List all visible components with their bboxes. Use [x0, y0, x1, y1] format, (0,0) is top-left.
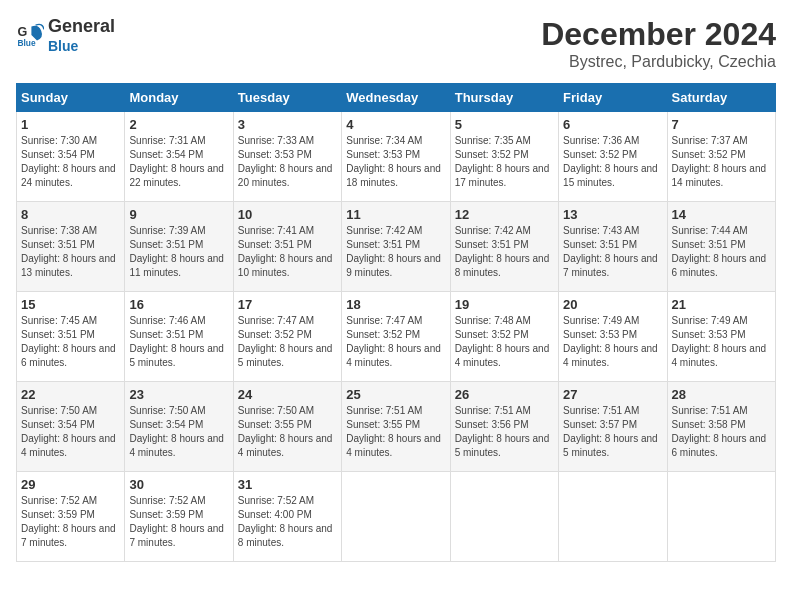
calendar-cell: 30Sunrise: 7:52 AMSunset: 3:59 PMDayligh…	[125, 472, 233, 562]
cell-info: Sunrise: 7:42 AMSunset: 3:51 PMDaylight:…	[346, 224, 445, 280]
cell-info: Sunrise: 7:36 AMSunset: 3:52 PMDaylight:…	[563, 134, 662, 190]
day-number: 6	[563, 117, 662, 132]
day-number: 1	[21, 117, 120, 132]
cell-info: Sunrise: 7:50 AMSunset: 3:54 PMDaylight:…	[129, 404, 228, 460]
calendar-cell: 1Sunrise: 7:30 AMSunset: 3:54 PMDaylight…	[17, 112, 125, 202]
day-number: 22	[21, 387, 120, 402]
month-title: December 2024	[541, 16, 776, 53]
day-number: 26	[455, 387, 554, 402]
cell-info: Sunrise: 7:38 AMSunset: 3:51 PMDaylight:…	[21, 224, 120, 280]
cell-info: Sunrise: 7:33 AMSunset: 3:53 PMDaylight:…	[238, 134, 337, 190]
calendar-cell: 19Sunrise: 7:48 AMSunset: 3:52 PMDayligh…	[450, 292, 558, 382]
day-number: 27	[563, 387, 662, 402]
cell-info: Sunrise: 7:49 AMSunset: 3:53 PMDaylight:…	[672, 314, 771, 370]
col-thursday: Thursday	[450, 84, 558, 112]
calendar-cell: 13Sunrise: 7:43 AMSunset: 3:51 PMDayligh…	[559, 202, 667, 292]
cell-info: Sunrise: 7:52 AMSunset: 4:00 PMDaylight:…	[238, 494, 337, 550]
day-number: 28	[672, 387, 771, 402]
day-number: 10	[238, 207, 337, 222]
calendar-row: 8Sunrise: 7:38 AMSunset: 3:51 PMDaylight…	[17, 202, 776, 292]
calendar-cell: 16Sunrise: 7:46 AMSunset: 3:51 PMDayligh…	[125, 292, 233, 382]
cell-info: Sunrise: 7:51 AMSunset: 3:55 PMDaylight:…	[346, 404, 445, 460]
title-area: December 2024 Bystrec, Pardubicky, Czech…	[541, 16, 776, 71]
day-number: 17	[238, 297, 337, 312]
cell-info: Sunrise: 7:42 AMSunset: 3:51 PMDaylight:…	[455, 224, 554, 280]
day-number: 4	[346, 117, 445, 132]
svg-text:Blue: Blue	[17, 38, 35, 48]
cell-info: Sunrise: 7:50 AMSunset: 3:54 PMDaylight:…	[21, 404, 120, 460]
calendar-cell: 20Sunrise: 7:49 AMSunset: 3:53 PMDayligh…	[559, 292, 667, 382]
col-friday: Friday	[559, 84, 667, 112]
cell-info: Sunrise: 7:34 AMSunset: 3:53 PMDaylight:…	[346, 134, 445, 190]
calendar-cell: 15Sunrise: 7:45 AMSunset: 3:51 PMDayligh…	[17, 292, 125, 382]
calendar-cell: 28Sunrise: 7:51 AMSunset: 3:58 PMDayligh…	[667, 382, 775, 472]
calendar-cell	[450, 472, 558, 562]
logo: G Blue General Blue	[16, 16, 115, 54]
day-number: 16	[129, 297, 228, 312]
cell-info: Sunrise: 7:52 AMSunset: 3:59 PMDaylight:…	[129, 494, 228, 550]
cell-info: Sunrise: 7:47 AMSunset: 3:52 PMDaylight:…	[346, 314, 445, 370]
calendar-cell: 31Sunrise: 7:52 AMSunset: 4:00 PMDayligh…	[233, 472, 341, 562]
cell-info: Sunrise: 7:51 AMSunset: 3:56 PMDaylight:…	[455, 404, 554, 460]
cell-info: Sunrise: 7:47 AMSunset: 3:52 PMDaylight:…	[238, 314, 337, 370]
calendar-cell: 21Sunrise: 7:49 AMSunset: 3:53 PMDayligh…	[667, 292, 775, 382]
calendar-cell	[559, 472, 667, 562]
cell-info: Sunrise: 7:52 AMSunset: 3:59 PMDaylight:…	[21, 494, 120, 550]
calendar-cell: 27Sunrise: 7:51 AMSunset: 3:57 PMDayligh…	[559, 382, 667, 472]
cell-info: Sunrise: 7:41 AMSunset: 3:51 PMDaylight:…	[238, 224, 337, 280]
cell-info: Sunrise: 7:51 AMSunset: 3:58 PMDaylight:…	[672, 404, 771, 460]
logo-icon: G Blue	[16, 21, 44, 49]
calendar-row: 1Sunrise: 7:30 AMSunset: 3:54 PMDaylight…	[17, 112, 776, 202]
header-row: Sunday Monday Tuesday Wednesday Thursday…	[17, 84, 776, 112]
calendar-cell: 24Sunrise: 7:50 AMSunset: 3:55 PMDayligh…	[233, 382, 341, 472]
calendar-row: 15Sunrise: 7:45 AMSunset: 3:51 PMDayligh…	[17, 292, 776, 382]
calendar-cell: 12Sunrise: 7:42 AMSunset: 3:51 PMDayligh…	[450, 202, 558, 292]
day-number: 9	[129, 207, 228, 222]
cell-info: Sunrise: 7:43 AMSunset: 3:51 PMDaylight:…	[563, 224, 662, 280]
calendar-cell: 17Sunrise: 7:47 AMSunset: 3:52 PMDayligh…	[233, 292, 341, 382]
calendar-cell: 26Sunrise: 7:51 AMSunset: 3:56 PMDayligh…	[450, 382, 558, 472]
calendar-row: 29Sunrise: 7:52 AMSunset: 3:59 PMDayligh…	[17, 472, 776, 562]
calendar-cell: 2Sunrise: 7:31 AMSunset: 3:54 PMDaylight…	[125, 112, 233, 202]
calendar-cell: 8Sunrise: 7:38 AMSunset: 3:51 PMDaylight…	[17, 202, 125, 292]
day-number: 8	[21, 207, 120, 222]
calendar-body: 1Sunrise: 7:30 AMSunset: 3:54 PMDaylight…	[17, 112, 776, 562]
calendar-cell: 7Sunrise: 7:37 AMSunset: 3:52 PMDaylight…	[667, 112, 775, 202]
col-saturday: Saturday	[667, 84, 775, 112]
cell-info: Sunrise: 7:50 AMSunset: 3:55 PMDaylight:…	[238, 404, 337, 460]
cell-info: Sunrise: 7:31 AMSunset: 3:54 PMDaylight:…	[129, 134, 228, 190]
cell-info: Sunrise: 7:51 AMSunset: 3:57 PMDaylight:…	[563, 404, 662, 460]
day-number: 20	[563, 297, 662, 312]
calendar-cell: 11Sunrise: 7:42 AMSunset: 3:51 PMDayligh…	[342, 202, 450, 292]
calendar-cell	[342, 472, 450, 562]
calendar-cell	[667, 472, 775, 562]
col-wednesday: Wednesday	[342, 84, 450, 112]
cell-info: Sunrise: 7:46 AMSunset: 3:51 PMDaylight:…	[129, 314, 228, 370]
cell-info: Sunrise: 7:44 AMSunset: 3:51 PMDaylight:…	[672, 224, 771, 280]
calendar-cell: 25Sunrise: 7:51 AMSunset: 3:55 PMDayligh…	[342, 382, 450, 472]
day-number: 15	[21, 297, 120, 312]
day-number: 31	[238, 477, 337, 492]
day-number: 13	[563, 207, 662, 222]
calendar-cell: 23Sunrise: 7:50 AMSunset: 3:54 PMDayligh…	[125, 382, 233, 472]
calendar-row: 22Sunrise: 7:50 AMSunset: 3:54 PMDayligh…	[17, 382, 776, 472]
day-number: 3	[238, 117, 337, 132]
location-subtitle: Bystrec, Pardubicky, Czechia	[541, 53, 776, 71]
day-number: 2	[129, 117, 228, 132]
day-number: 30	[129, 477, 228, 492]
col-tuesday: Tuesday	[233, 84, 341, 112]
calendar-cell: 14Sunrise: 7:44 AMSunset: 3:51 PMDayligh…	[667, 202, 775, 292]
cell-info: Sunrise: 7:37 AMSunset: 3:52 PMDaylight:…	[672, 134, 771, 190]
day-number: 23	[129, 387, 228, 402]
day-number: 14	[672, 207, 771, 222]
day-number: 12	[455, 207, 554, 222]
calendar-cell: 22Sunrise: 7:50 AMSunset: 3:54 PMDayligh…	[17, 382, 125, 472]
svg-text:G: G	[17, 26, 27, 40]
day-number: 11	[346, 207, 445, 222]
cell-info: Sunrise: 7:48 AMSunset: 3:52 PMDaylight:…	[455, 314, 554, 370]
cell-info: Sunrise: 7:39 AMSunset: 3:51 PMDaylight:…	[129, 224, 228, 280]
day-number: 29	[21, 477, 120, 492]
col-monday: Monday	[125, 84, 233, 112]
cell-info: Sunrise: 7:45 AMSunset: 3:51 PMDaylight:…	[21, 314, 120, 370]
calendar-cell: 5Sunrise: 7:35 AMSunset: 3:52 PMDaylight…	[450, 112, 558, 202]
